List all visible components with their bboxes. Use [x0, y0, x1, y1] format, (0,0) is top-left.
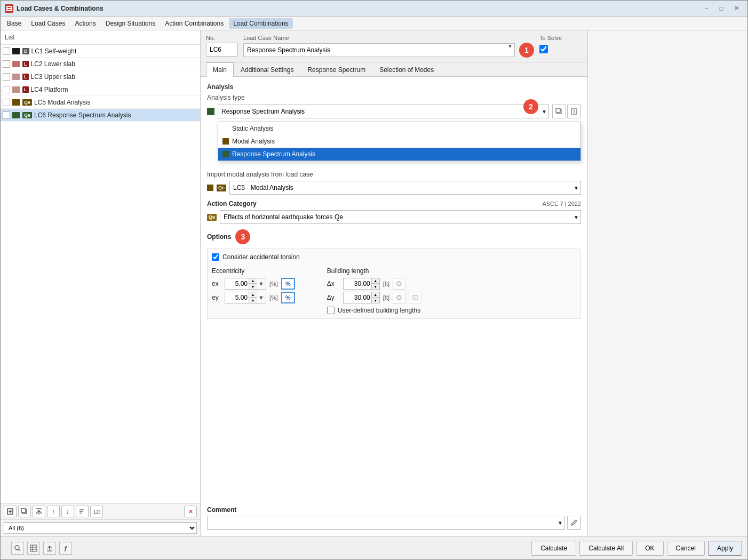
- eccentricity-building-row: Eccentricity ex ▲ ▼: [212, 267, 576, 314]
- to-solve-checkbox[interactable]: [539, 45, 548, 53]
- dy-spin-up[interactable]: ▲: [372, 292, 379, 298]
- ex-spin-down[interactable]: ▼: [249, 284, 257, 289]
- ex-pct-button[interactable]: %: [281, 278, 295, 290]
- main-window: Load Cases & Combinations − □ ✕ Base Loa…: [0, 0, 748, 560]
- maximize-button[interactable]: □: [714, 3, 728, 14]
- list-item[interactable]: D LC1 Self-weight: [1, 45, 200, 58]
- user-defined-checkbox[interactable]: [327, 307, 335, 314]
- modal-analysis-label: Modal Analysis: [232, 138, 275, 145]
- list-item[interactable]: L LC4 Platform: [1, 83, 200, 96]
- item-text: LC1 Self-weight: [31, 47, 77, 55]
- tab-additional-settings[interactable]: Additional Settings: [234, 62, 300, 77]
- item-badge: D: [22, 48, 29, 54]
- tab-response-spectrum[interactable]: Response Spectrum: [300, 62, 372, 77]
- ey-spin-down[interactable]: ▼: [249, 298, 257, 303]
- delete-button[interactable]: ✕: [184, 506, 197, 517]
- move-down-button[interactable]: ↓: [61, 506, 74, 517]
- to-solve-label: To Solve: [539, 35, 562, 41]
- item-checkbox[interactable]: [3, 47, 10, 55]
- item-color: [12, 74, 20, 80]
- svg-text:ƒ: ƒ: [64, 545, 67, 551]
- dropdown-option-response[interactable]: Response Spectrum Analysis: [218, 148, 580, 161]
- analysis-type-select[interactable]: Response Spectrum Analysis Static Analys…: [218, 105, 549, 118]
- renumber-button[interactable]: 123: [90, 506, 103, 517]
- annotation-3: 3: [235, 229, 250, 244]
- ey-pct-button[interactable]: %: [281, 292, 295, 303]
- copy-button[interactable]: [552, 105, 566, 118]
- torsion-checkbox[interactable]: [212, 253, 219, 261]
- export-button[interactable]: [43, 542, 56, 555]
- insert-button[interactable]: [567, 105, 581, 118]
- action-category-select[interactable]: Effects of horizontal earthquake forces …: [220, 210, 581, 224]
- ey-spin-up[interactable]: ▲: [249, 292, 257, 298]
- cancel-button[interactable]: Cancel: [667, 541, 705, 556]
- item-checkbox[interactable]: [3, 99, 10, 106]
- dropdown-option-static[interactable]: Static Analysis: [218, 122, 580, 135]
- list-item[interactable]: Qe LC5 Modal Analysis: [1, 96, 200, 109]
- dx-spin-down[interactable]: ▼: [372, 284, 379, 289]
- menu-actions[interactable]: Actions: [70, 18, 100, 29]
- search-button[interactable]: [11, 542, 24, 555]
- minimize-button[interactable]: −: [699, 3, 713, 14]
- app-icon: [5, 4, 13, 13]
- item-checkbox[interactable]: [3, 73, 10, 81]
- tab-selection-of-modes[interactable]: Selection of Modes: [372, 62, 441, 77]
- action-qe-badge: Qe: [207, 214, 217, 221]
- list-item-selected[interactable]: Qe LC6 Response Spectrum Analysis: [1, 109, 200, 122]
- tabs-bar: Main Additional Settings Response Spectr…: [201, 62, 587, 77]
- dropdown-option-modal[interactable]: Modal Analysis: [218, 135, 580, 148]
- help-button[interactable]: ƒ: [59, 542, 72, 555]
- close-button[interactable]: ✕: [729, 3, 743, 14]
- user-defined-row: User-defined building lengths: [327, 307, 421, 314]
- calculate-all-button[interactable]: Calculate All: [579, 541, 633, 556]
- dy-pick-button[interactable]: [393, 292, 405, 303]
- dy-extra-button[interactable]: [409, 292, 421, 303]
- menu-base[interactable]: Base: [3, 18, 26, 29]
- tab-main[interactable]: Main: [206, 62, 234, 77]
- menu-load-combinations[interactable]: Load Combinations: [229, 18, 292, 29]
- table-button[interactable]: [27, 542, 40, 555]
- no-input[interactable]: [206, 43, 238, 57]
- static-analysis-label: Static Analysis: [232, 125, 273, 132]
- analysis-type-label-row: Analysis type: [207, 94, 581, 101]
- item-checkbox[interactable]: [3, 111, 10, 119]
- menu-design-situations[interactable]: Design Situations: [101, 18, 160, 29]
- apply-button[interactable]: Apply: [708, 541, 742, 556]
- import-label: Import modal analysis from load case: [207, 171, 581, 178]
- calculate-button[interactable]: Calculate: [531, 541, 576, 556]
- ey-label: ey: [212, 294, 221, 301]
- comment-select[interactable]: [207, 516, 565, 530]
- new-button[interactable]: [4, 506, 17, 517]
- dx-value-input[interactable]: [344, 278, 371, 289]
- ey-value-input[interactable]: [225, 292, 249, 303]
- dy-value-input[interactable]: [344, 292, 371, 303]
- ex-value-input[interactable]: [225, 278, 249, 289]
- import-select-wrap: LC5 - Modal Analysis ▼: [229, 181, 581, 195]
- dx-spin-up[interactable]: ▲: [372, 278, 379, 284]
- list-item[interactable]: L LC2 Lower slab: [1, 58, 200, 70]
- import-select[interactable]: LC5 - Modal Analysis: [229, 181, 581, 195]
- move-up-button[interactable]: ↑: [47, 506, 60, 517]
- import-button[interactable]: [33, 506, 45, 517]
- sort-button[interactable]: [76, 506, 89, 517]
- dx-pick-button[interactable]: [393, 278, 405, 290]
- menu-action-combinations[interactable]: Action Combinations: [161, 18, 228, 29]
- name-field-group: Load Case Name Response Spectrum Analysi…: [243, 35, 534, 58]
- analysis-type-color-indicator: [207, 108, 214, 115]
- comment-edit-button[interactable]: [567, 516, 581, 530]
- load-case-name-select[interactable]: Response Spectrum Analysis: [243, 43, 515, 57]
- comment-label: Comment: [207, 506, 581, 514]
- svg-point-30: [15, 546, 19, 550]
- duplicate-button[interactable]: [18, 506, 31, 517]
- item-checkbox[interactable]: [3, 86, 10, 93]
- dy-spin-down[interactable]: ▼: [372, 298, 379, 303]
- ok-button[interactable]: OK: [636, 541, 663, 556]
- menu-load-cases[interactable]: Load Cases: [27, 18, 69, 29]
- item-color: [12, 99, 20, 106]
- ex-spin-up[interactable]: ▲: [249, 278, 257, 284]
- list-item[interactable]: L LC3 Upper slab: [1, 70, 200, 83]
- filter-select[interactable]: All (6): [4, 522, 197, 534]
- item-checkbox[interactable]: [3, 60, 10, 68]
- top-fields: No. Load Case Name Response Spectrum Ana…: [201, 30, 587, 62]
- no-label: No.: [206, 35, 238, 41]
